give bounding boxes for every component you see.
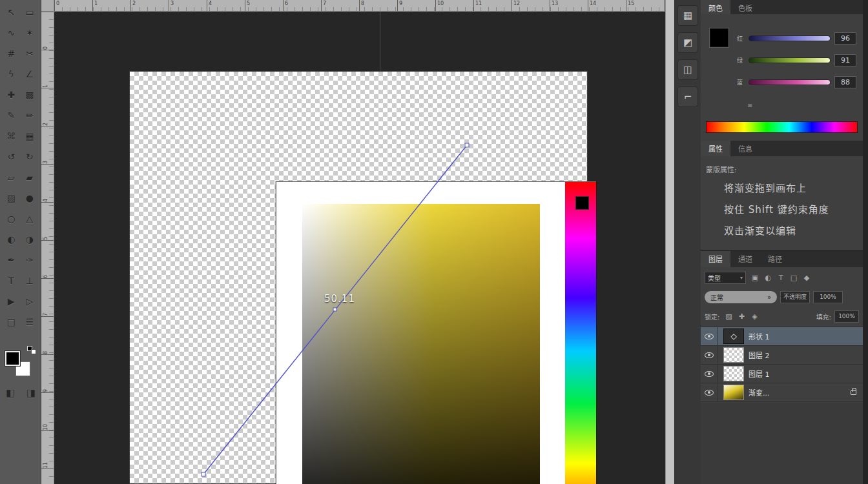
eraser-tool[interactable]: ▱ <box>2 169 21 186</box>
layer-row[interactable]: 形状 1 <box>701 327 863 346</box>
navigator-panel-icon[interactable]: ◩ <box>677 32 698 53</box>
transparency-checkerboard[interactable] <box>129 71 588 484</box>
filter-shape-icon[interactable]: □ <box>788 274 800 282</box>
direct-select-tool[interactable]: ▷ <box>21 293 39 310</box>
ruler-number: 1 <box>43 50 54 88</box>
panel-tab[interactable]: 通道 <box>730 251 760 267</box>
chevron-down-icon: ▾ <box>740 275 743 281</box>
color-panel-swatch[interactable] <box>710 28 728 47</box>
layer-thumbnail[interactable] <box>723 347 744 363</box>
tool-icon: ↺ <box>7 152 15 162</box>
layer-thumbnail[interactable] <box>723 366 744 381</box>
slider-track[interactable] <box>749 35 831 41</box>
freeform-pen-tool[interactable]: ✑ <box>21 252 39 268</box>
layer-name[interactable]: 渐变... <box>749 387 770 398</box>
marquee-tool[interactable]: ▭ <box>21 4 39 21</box>
dodge-tool[interactable]: ◐ <box>2 231 21 248</box>
lock-position-icon[interactable]: ✚ <box>736 312 747 321</box>
hue-strip[interactable] <box>565 182 596 484</box>
sharpen-tool[interactable]: △ <box>21 210 39 227</box>
lock-all-icon[interactable]: ◈ <box>749 312 760 321</box>
layer-name[interactable]: 图层 1 <box>749 368 770 379</box>
rectangle-tool[interactable]: □ <box>2 314 21 330</box>
slider-value-field[interactable]: 96 <box>834 32 856 45</box>
horizontal-ruler-numbers: 0123456789101112131415 <box>54 0 665 6</box>
vertical-ruler[interactable]: 01234567891011 <box>41 12 54 484</box>
filter-adjustment-icon[interactable]: ◐ <box>762 274 774 282</box>
slider-value-field[interactable]: 88 <box>834 76 856 88</box>
background-eraser-tool[interactable]: ▰ <box>21 169 39 186</box>
horizontal-ruler[interactable]: 0123456789101112131415 <box>54 0 665 12</box>
pattern-stamp-tool[interactable]: ▦ <box>21 128 39 145</box>
layer-name[interactable]: 形状 1 <box>749 331 770 341</box>
layer-visibility-toggle[interactable] <box>701 346 718 364</box>
slider-options-icon[interactable]: ≡ <box>747 102 752 109</box>
move-tool[interactable]: ↖ <box>2 4 21 21</box>
filter-smart-object-icon[interactable]: ◆ <box>801 274 812 282</box>
eyedropper-tool[interactable]: ϟ <box>2 66 21 83</box>
panel-tab[interactable]: 属性 <box>701 141 730 156</box>
clone-source-panel-icon[interactable]: ◫ <box>677 59 698 80</box>
clone-stamp-tool[interactable]: ⌘ <box>2 128 21 145</box>
layer-thumbnail[interactable] <box>723 328 744 344</box>
layer-visibility-toggle[interactable] <box>701 327 718 345</box>
lock-transparency-icon[interactable]: ▨ <box>723 312 734 321</box>
ruler-tool[interactable]: ∠ <box>21 66 39 83</box>
gradient-tool[interactable]: ▨ <box>2 190 21 207</box>
canvas-area[interactable]: 50.11 <box>54 12 665 484</box>
slider-track[interactable] <box>749 79 831 85</box>
filter-type-icon[interactable]: T <box>775 274 787 282</box>
layer-visibility-toggle[interactable] <box>701 365 718 383</box>
path-select-tool[interactable]: ▶ <box>2 293 21 310</box>
lasso-tool[interactable]: ∿ <box>2 25 21 41</box>
panel-tab[interactable]: 图层 <box>701 251 730 267</box>
quick-mask-tool[interactable]: ◧ <box>6 386 15 400</box>
panel-tab[interactable]: 信息 <box>730 141 760 156</box>
hand-tool[interactable]: ☰ <box>21 314 39 330</box>
layer-visibility-toggle[interactable] <box>701 383 718 401</box>
panel-tab[interactable]: 色板 <box>730 0 760 14</box>
spot-heal-tool[interactable]: ✚ <box>2 86 21 103</box>
slider-value-field[interactable]: 91 <box>834 54 856 66</box>
color-spectrum-bar[interactable] <box>706 121 858 133</box>
fill-value-field[interactable]: 100% <box>834 310 859 323</box>
patch-tool[interactable]: ▩ <box>21 86 39 103</box>
gradient-color-field[interactable] <box>302 204 540 484</box>
slice-tool[interactable]: ✂ <box>21 45 39 62</box>
layer-row[interactable]: 渐变... <box>701 383 863 402</box>
vertical-scrollbar[interactable] <box>665 0 674 484</box>
layer-row[interactable]: 图层 1 <box>701 365 863 383</box>
blur-tool[interactable]: ○ <box>2 210 21 227</box>
ruler-number: 4 <box>207 0 245 6</box>
document-page[interactable] <box>276 181 596 484</box>
layer-name[interactable]: 图层 2 <box>749 350 770 360</box>
pencil-tool[interactable]: ✏ <box>21 107 39 124</box>
histogram-panel-icon[interactable]: ▦ <box>677 5 698 26</box>
blend-mode-dropdown[interactable]: 正常 » <box>705 291 777 303</box>
ruler-number: 8 <box>359 0 397 6</box>
panel-tab[interactable]: 路径 <box>760 251 790 267</box>
art-history-tool[interactable]: ↻ <box>21 148 39 165</box>
layer-row[interactable]: 图层 2 <box>701 346 863 365</box>
color-slider-row: 蓝 88 <box>737 75 856 89</box>
brush-tool[interactable]: ✎ <box>2 107 21 124</box>
text-tool[interactable]: T <box>2 272 21 289</box>
swap-colors-icon[interactable] <box>31 349 36 354</box>
slider-track[interactable] <box>749 57 831 63</box>
burn-tool[interactable]: ◑ <box>21 231 39 248</box>
brush-settings-panel-icon[interactable]: ⌐ <box>677 86 698 107</box>
crop-tool[interactable]: # <box>2 45 21 62</box>
layer-thumbnail[interactable] <box>723 385 744 400</box>
panel-tab[interactable]: 颜色 <box>701 0 730 14</box>
filter-pixel-layers-icon[interactable]: ▣ <box>749 274 761 282</box>
layer-filter-dropdown[interactable]: 类型 ▾ <box>705 272 746 284</box>
foreground-color-swatch[interactable] <box>5 351 20 366</box>
screen-mode-tool[interactable]: ◨ <box>26 386 36 400</box>
selected-color-swatch[interactable] <box>575 196 589 210</box>
paint-bucket-tool[interactable]: ● <box>21 190 39 207</box>
opacity-value-field[interactable]: 100% <box>813 291 843 303</box>
history-brush-tool[interactable]: ↺ <box>2 148 21 165</box>
pen-tool[interactable]: ✒ <box>2 252 21 268</box>
magic-wand-tool[interactable]: ✶ <box>21 25 39 41</box>
vertical-text-tool[interactable]: ⊥ <box>21 272 39 289</box>
